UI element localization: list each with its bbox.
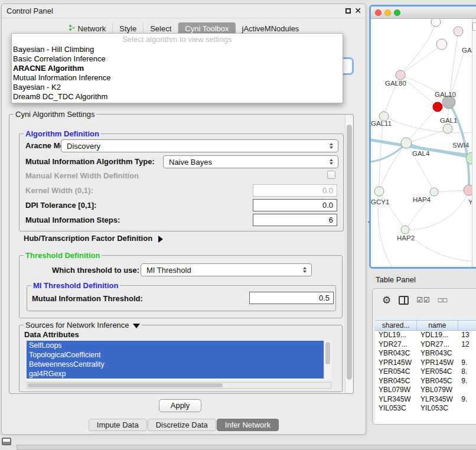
column-header[interactable]	[458, 321, 476, 330]
node-label: GAL1	[440, 117, 457, 124]
network-node[interactable]	[436, 39, 447, 50]
network-edge[interactable]	[406, 107, 438, 143]
table-cell: YPR145W	[417, 358, 458, 368]
network-node-gal80[interactable]	[396, 70, 405, 80]
close-traffic-light-icon[interactable]	[375, 9, 382, 16]
network-node[interactable]	[433, 102, 442, 112]
table-row[interactable]: YDR27...YDR27...12	[375, 340, 476, 350]
attribute-list-item[interactable]: SelfLoops	[27, 341, 324, 350]
table-cell: YDL19...	[417, 331, 458, 340]
combo-arrows-icon	[327, 159, 336, 165]
network-node-gcy1[interactable]	[374, 187, 384, 196]
columns-icon[interactable]	[399, 296, 409, 305]
algorithm-option[interactable]: Mutual Information Inference	[12, 73, 343, 83]
deselect-all-icon[interactable]: □□	[438, 296, 448, 304]
gear-icon[interactable]: ⚙	[382, 294, 391, 306]
node-label: HAP4	[413, 196, 431, 203]
network-edge[interactable]	[379, 191, 405, 230]
dpi-tolerance-field[interactable]: 0.0	[253, 199, 337, 211]
network-canvas[interactable]: GALGAL80GAL10GAL11GAL1SWI4GAL4GCY1HAP4YH…	[371, 19, 472, 267]
table-row[interactable]: YBR045CYBR045C9.	[375, 377, 476, 386]
attributes-horizontal-scrollbar[interactable]	[27, 382, 331, 389]
mi-algorithm-type-value: Naive Bayes	[169, 158, 212, 167]
control-panel-titlebar: Control Panel ✕	[2, 4, 366, 18]
algorithm-option[interactable]: ARACNE Algorithm	[12, 64, 343, 73]
table-cell: YIL053C	[375, 404, 417, 413]
table-row[interactable]: YBL079WYBL079W	[375, 386, 476, 395]
table-row[interactable]: YBR043CYBR043C	[375, 349, 476, 358]
table-cell: YBR043C	[375, 349, 417, 358]
close-icon[interactable]: ✕	[354, 6, 361, 15]
network-node[interactable]	[431, 19, 441, 27]
table-cell	[458, 404, 476, 413]
network-node-y[interactable]	[464, 185, 472, 195]
network-node-gal1[interactable]	[443, 124, 452, 133]
bottom-tab-infer-network[interactable]: Infer Network	[217, 419, 279, 431]
network-edge[interactable]	[379, 143, 406, 191]
attributes-vertical-scrollbar[interactable]	[324, 341, 331, 380]
table-row[interactable]: YLR345WYLR345W9.	[375, 395, 476, 405]
application: Control Panel ✕ NetworkStyleSelectCyni T…	[0, 0, 476, 450]
control-panel-window: Control Panel ✕ NetworkStyleSelectCyni T…	[1, 4, 366, 435]
collapse-down-icon[interactable]	[133, 324, 140, 328]
manual-kernel-width-checkbox[interactable]	[327, 171, 335, 179]
minimized-panel-icon[interactable]	[2, 438, 11, 445]
table-cell: YDR27...	[417, 340, 458, 350]
network-node[interactable]	[454, 27, 463, 36]
network-edge[interactable]	[400, 75, 449, 102]
mi-steps-label: Mutual Information Steps:	[25, 216, 120, 224]
network-edge[interactable]	[379, 116, 384, 191]
network-edge[interactable]	[405, 230, 472, 261]
manual-kernel-width-label: Manual Kernel Width Definition	[25, 171, 139, 180]
algorithm-option[interactable]: Dream8 DC_TDC Algorithm	[12, 92, 343, 102]
expand-right-icon[interactable]	[158, 236, 163, 243]
network-node-hap2[interactable]	[401, 226, 409, 234]
table-row[interactable]: YPR145WYPR145W9.	[375, 358, 476, 368]
network-node-hap4[interactable]	[430, 188, 438, 196]
scrollbar-thumb[interactable]	[472, 22, 476, 31]
attribute-list-item[interactable]: TopologicalCoefficient	[27, 350, 324, 360]
float-window-icon[interactable]	[345, 8, 351, 14]
minimize-traffic-light-icon[interactable]	[384, 9, 391, 16]
mi-threshold-field[interactable]: 0.5	[249, 292, 334, 304]
network-node-gal4[interactable]	[401, 138, 412, 148]
column-header[interactable]: shared...	[375, 321, 417, 330]
settings-vertical-scrollbar[interactable]	[345, 115, 353, 393]
network-edge[interactable]	[400, 22, 436, 75]
algorithm-option[interactable]: Bayesian - Hill Climbing	[12, 45, 343, 54]
threshold-definition-legend: Threshold Definition	[24, 251, 102, 260]
network-graph[interactable]: GALGAL80GAL10GAL11GAL1SWI4GAL4GCY1HAP4YH…	[371, 19, 472, 267]
network-edge[interactable]	[400, 44, 442, 75]
hub-transcription-factor-section[interactable]: Hub/Transcription Factor Definition	[24, 234, 163, 243]
apply-button[interactable]: Apply	[159, 399, 201, 412]
algorithm-option[interactable]: Basic Correlation Inference	[12, 54, 343, 64]
table-cell: YER054C	[375, 367, 417, 377]
kernel-width-field[interactable]: 0.0	[253, 184, 337, 197]
column-header[interactable]: name	[417, 321, 458, 330]
aracne-mode-select[interactable]: Discovery	[61, 139, 338, 152]
mi-steps-field[interactable]: 6	[253, 214, 337, 226]
table-row[interactable]: YER054CYER054C8.	[375, 367, 476, 377]
sources-legend[interactable]: Sources for Network Inference	[24, 321, 142, 330]
bottom-tab-impute-data[interactable]: Impute Data	[89, 419, 147, 431]
select-all-icon[interactable]: ☑☑	[416, 296, 431, 304]
attribute-list-item[interactable]: BetweennessCentrality	[27, 360, 324, 369]
scrollbar-thumb[interactable]	[28, 383, 223, 387]
mi-algorithm-type-select[interactable]: Naive Bayes	[163, 155, 338, 168]
table-cell: YDL19...	[375, 331, 417, 340]
table-row[interactable]: YDL19...YDL19...13	[375, 331, 476, 340]
data-attributes-list[interactable]: SelfLoopsTopologicalCoefficientBetweenne…	[27, 341, 331, 380]
algorithm-option[interactable]: Bayesian - K2	[12, 83, 343, 92]
table-row[interactable]: YIL053CYIL053C	[375, 404, 476, 413]
scrollbar-thumb[interactable]	[347, 125, 352, 380]
scrollbar-thumb[interactable]	[325, 342, 330, 364]
data-attributes-label: Data Attributes	[24, 330, 79, 339]
which-threshold-select[interactable]: MI Threshold	[141, 263, 312, 276]
table-cell	[458, 349, 476, 358]
bottom-tab-discretize-data[interactable]: Discretize Data	[148, 419, 216, 431]
zoom-traffic-light-icon[interactable]	[394, 9, 400, 16]
attribute-list-item[interactable]: gal4RGexp	[27, 369, 324, 379]
node-label: GAL10	[435, 91, 456, 98]
node-label: GAL	[462, 47, 472, 54]
network-vertical-scrollbar[interactable]	[472, 19, 476, 267]
